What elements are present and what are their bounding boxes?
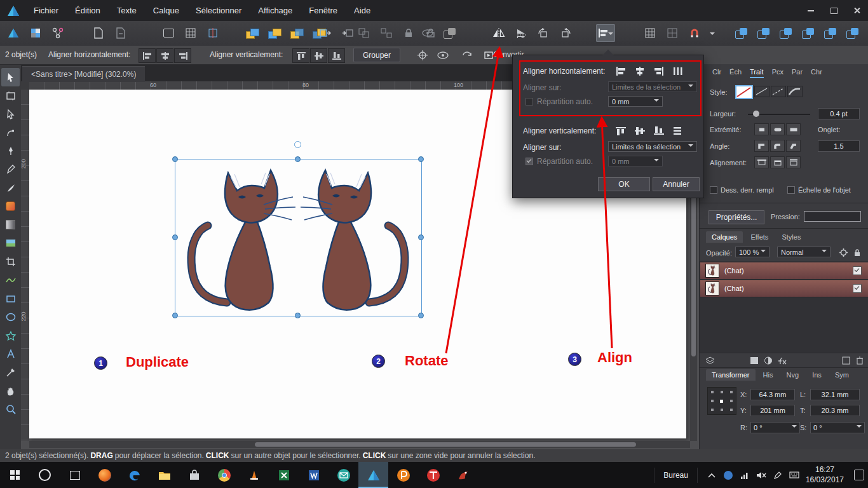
blend-mode-dropdown[interactable]: Normal	[777, 247, 831, 257]
tab-ins[interactable]: Ins	[806, 369, 827, 381]
document-tab[interactable]: <Sans titre> [Modifié] (302.0%)	[22, 66, 145, 82]
p-app-icon[interactable]	[388, 462, 418, 488]
rotate-ccw-icon[interactable]	[534, 24, 553, 42]
snap-candidates-icon[interactable]	[159, 24, 178, 42]
menu-affichage[interactable]: Affichage	[250, 0, 301, 21]
cap-butt-button[interactable]	[754, 123, 769, 135]
vector-crop-tool[interactable]	[1, 252, 20, 271]
ellipse-tool[interactable]	[1, 308, 20, 326]
selection-handle[interactable]	[172, 234, 178, 240]
cancel-button[interactable]: Annuler	[653, 177, 700, 191]
menu-aide[interactable]: Aide	[346, 0, 379, 21]
zoom-tool[interactable]	[1, 400, 20, 418]
place-document-icon[interactable]	[89, 24, 108, 42]
auto-distribute-value-1[interactable]: 0 mm	[608, 96, 663, 107]
join-round-button[interactable]	[770, 140, 785, 152]
align-left-button[interactable]	[613, 65, 628, 77]
x-value[interactable]: 64.3 mm	[750, 389, 795, 400]
notification-center-icon[interactable]	[854, 470, 864, 480]
height-mm-value[interactable]: 20.3 mm	[810, 405, 860, 416]
selection-handle[interactable]	[295, 156, 301, 162]
transparency-tool[interactable]	[1, 215, 20, 234]
arrange-front-icon[interactable]	[243, 24, 262, 42]
menu-fichier[interactable]: Fichier	[25, 0, 67, 21]
scale-object-checkbox[interactable]	[787, 186, 795, 194]
stroke-style-dashed[interactable]	[771, 86, 786, 97]
vlc-icon[interactable]	[239, 462, 269, 488]
lock-icon[interactable]	[852, 247, 862, 257]
align-right-button[interactable]	[651, 65, 667, 77]
file-explorer-icon[interactable]	[149, 462, 179, 488]
symbol-options-icon[interactable]	[843, 24, 862, 42]
insert-inside-icon[interactable]	[316, 24, 335, 42]
flip-vertical-icon[interactable]	[512, 24, 531, 42]
tab-trait[interactable]: Trait	[750, 68, 764, 78]
affinity-designer-taskbar-icon[interactable]	[358, 462, 388, 488]
gear-icon[interactable]	[838, 247, 848, 257]
snapping-dropdown-icon[interactable]	[707, 24, 717, 42]
edge-icon[interactable]	[119, 462, 149, 488]
y-value[interactable]: 201 mm	[750, 405, 795, 416]
cycle-selection-icon[interactable]	[459, 48, 475, 62]
layer-visibility-checkbox[interactable]	[853, 266, 862, 275]
detach-symbol-icon[interactable]	[799, 24, 818, 42]
snap-guides-icon[interactable]	[203, 24, 222, 42]
rotation-handle[interactable]	[294, 141, 301, 148]
hide-selection-icon[interactable]	[435, 48, 451, 62]
menu-calque[interactable]: Calque	[145, 0, 187, 21]
pressure-input[interactable]	[804, 211, 861, 222]
duplicate-linked-icon[interactable]	[754, 24, 773, 42]
corner-tool[interactable]	[1, 123, 20, 142]
align-bottom-button[interactable]	[651, 125, 667, 137]
align-middle-button[interactable]	[632, 125, 648, 137]
adjustment-icon[interactable]	[763, 355, 773, 365]
selection-handle[interactable]	[295, 313, 301, 318]
arrange-backward-icon[interactable]	[287, 24, 306, 42]
help-icon[interactable]	[723, 470, 733, 480]
selection-handle[interactable]	[418, 313, 424, 318]
align-bottom-button[interactable]	[328, 48, 345, 63]
shear-value[interactable]: 0 °	[810, 422, 865, 433]
stroke-style-solid[interactable]	[754, 86, 770, 97]
tab-sym[interactable]: Sym	[829, 369, 855, 381]
scrollbar-thumb[interactable]	[255, 442, 636, 447]
embed-document-icon[interactable]	[111, 24, 130, 42]
restore-button[interactable]	[822, 0, 845, 21]
start-button[interactable]	[0, 462, 30, 488]
show-hide-icon[interactable]	[418, 24, 437, 42]
miter-value[interactable]: 1.5	[818, 140, 860, 152]
cap-square-button[interactable]	[786, 123, 801, 135]
ungroup-icon[interactable]	[377, 24, 396, 42]
properties-button[interactable]: Propriétés...	[709, 210, 764, 224]
flip-horizontal-icon[interactable]	[489, 24, 508, 42]
tab-calques[interactable]: Calques	[706, 231, 743, 243]
width-mm-value[interactable]: 32.1 mm	[810, 389, 860, 400]
minimize-button[interactable]	[799, 0, 822, 21]
tab-styles[interactable]: Styles	[776, 231, 806, 243]
align-on-dropdown-1[interactable]: Limites de la sélection	[608, 81, 697, 92]
align-center-button[interactable]	[156, 48, 173, 63]
move-tool[interactable]	[1, 68, 20, 86]
alignment-dropdown-button[interactable]	[596, 24, 615, 42]
sync-symbol-icon[interactable]	[821, 24, 840, 42]
t-app-icon[interactable]	[418, 462, 448, 488]
chevron-up-icon[interactable]	[707, 470, 717, 480]
selection-bounding-box[interactable]	[175, 159, 422, 316]
tab-ech[interactable]: Éch	[729, 68, 742, 78]
ok-button[interactable]: OK	[598, 177, 650, 191]
place-image-tool[interactable]	[1, 234, 20, 252]
tab-his[interactable]: His	[757, 369, 779, 381]
mask-icon[interactable]	[749, 355, 759, 365]
horizontal-scrollbar[interactable]	[29, 441, 690, 448]
mail-icon[interactable]	[329, 462, 358, 488]
network-icon[interactable]	[740, 470, 750, 480]
node-tool[interactable]	[1, 105, 20, 123]
tab-clr[interactable]: Clr	[712, 68, 721, 78]
menu-edition[interactable]: Édition	[67, 0, 109, 21]
duplicate-object-icon[interactable]	[732, 24, 751, 42]
lock-icon[interactable]	[399, 24, 418, 42]
color-picker-tool[interactable]	[1, 363, 20, 381]
menu-texte[interactable]: Texte	[109, 0, 145, 21]
pencil-tool[interactable]	[1, 160, 20, 179]
custom-shape-tool[interactable]	[1, 326, 20, 344]
